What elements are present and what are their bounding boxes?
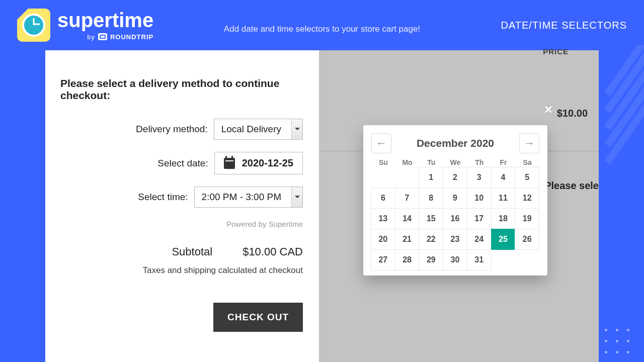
tagline: Add date and time selectors to your stor… [224, 24, 420, 34]
chevron-down-icon [291, 119, 302, 139]
delivery-method-select[interactable]: Local Delivery [214, 119, 303, 140]
calendar-day[interactable]: 24 [467, 229, 492, 250]
date-input[interactable]: 2020-12-25 [214, 152, 303, 174]
calendar-day[interactable]: 30 [443, 249, 467, 270]
calendar-day[interactable]: 8 [419, 188, 443, 209]
calendar-day[interactable]: 6 [371, 188, 395, 209]
calendar-day[interactable]: 27 [371, 249, 395, 270]
calendar-day[interactable]: 29 [419, 249, 443, 270]
calendar-day[interactable]: 11 [491, 188, 516, 209]
calendar-dow: Th [467, 158, 492, 166]
calendar-day[interactable]: 10 [467, 188, 492, 209]
calendar-day[interactable]: 31 [467, 249, 492, 270]
calendar-next-button[interactable]: → [519, 133, 539, 153]
calendar-title: December 2020 [417, 137, 494, 149]
arrow-left-icon: ← [376, 137, 387, 150]
clock-icon [17, 9, 50, 42]
calendar-day[interactable]: 19 [515, 208, 539, 229]
calendar-day[interactable]: 7 [395, 188, 420, 209]
close-icon[interactable]: × [544, 102, 552, 118]
calendar-day[interactable]: 4 [491, 167, 516, 188]
select-time-label: Select time: [138, 192, 188, 203]
delivery-method-label: Delivery method: [136, 124, 208, 135]
price-header: PRICE [543, 47, 569, 56]
calendar-prev-button[interactable]: ← [371, 133, 391, 153]
checkout-panel: Please select a delivery method to conti… [45, 50, 319, 362]
calendar-day[interactable]: 2 [443, 167, 467, 188]
select-date-label: Select date: [157, 158, 208, 169]
calendar-day[interactable]: 22 [419, 229, 443, 250]
calendar-day[interactable]: 9 [443, 188, 467, 209]
calendar-day[interactable]: 15 [419, 208, 443, 229]
calendar-dow: Mo [395, 158, 420, 166]
calendar-dow: Tu [419, 158, 443, 166]
checkout-title: Please select a delivery method to conti… [60, 77, 303, 102]
calendar-day[interactable]: 28 [395, 249, 420, 270]
subtotal-label: Subtotal [172, 245, 212, 258]
chevron-down-icon [291, 187, 302, 207]
time-select[interactable]: 2:00 PM - 3:00 PM [194, 187, 303, 208]
calendar-dow: Sa [515, 158, 539, 166]
prompt-clipped: Please sele [544, 180, 599, 192]
calendar-day[interactable]: 20 [371, 229, 395, 250]
calendar-day[interactable]: 5 [515, 167, 539, 188]
calendar-day[interactable]: 21 [395, 229, 420, 250]
brand-name: supertime [57, 10, 153, 30]
subtotal-value: $10.00 CAD [243, 245, 303, 258]
calendar-dow: We [443, 158, 467, 166]
calendar-day[interactable]: 18 [491, 208, 516, 229]
calendar-icon [224, 158, 235, 169]
calendar-blank [395, 167, 420, 188]
calendar-day[interactable]: 25 [491, 229, 516, 250]
calendar-day[interactable]: 26 [515, 229, 539, 250]
arrow-right-icon: → [524, 137, 535, 150]
calendar-day[interactable]: 14 [395, 208, 420, 229]
calendar-day[interactable]: 1 [419, 167, 443, 188]
powered-by: Powered by Supertime [60, 220, 303, 228]
calendar-day[interactable]: 16 [443, 208, 467, 229]
tax-note: Taxes and shipping calculated at checkou… [60, 265, 303, 276]
calendar-dow: Fr [492, 158, 516, 166]
roundtrip-icon [98, 33, 107, 40]
checkout-button[interactable]: CHECK OUT [213, 303, 303, 332]
line-item-price: $10.00 [557, 108, 588, 119]
calendar-day[interactable]: 12 [515, 188, 539, 209]
nav-date-time-selectors[interactable]: DATE/TIME SELECTORS [501, 20, 627, 31]
brand-byline: by ROUNDTRIP [57, 33, 153, 40]
calendar-day[interactable]: 23 [443, 229, 467, 250]
calendar-day[interactable]: 3 [467, 167, 492, 188]
brand-logo: supertime by ROUNDTRIP [17, 9, 153, 42]
calendar-blank [371, 167, 395, 188]
cart-preview-panel: PRICE × $10.00 Please sele ← December 20… [319, 50, 599, 362]
calendar-day[interactable]: 13 [371, 208, 395, 229]
calendar-dow: Su [371, 158, 395, 166]
calendar-day[interactable]: 17 [467, 208, 492, 229]
date-picker: ← December 2020 → SuMoTuWeThFrSa 1234567… [363, 125, 547, 276]
